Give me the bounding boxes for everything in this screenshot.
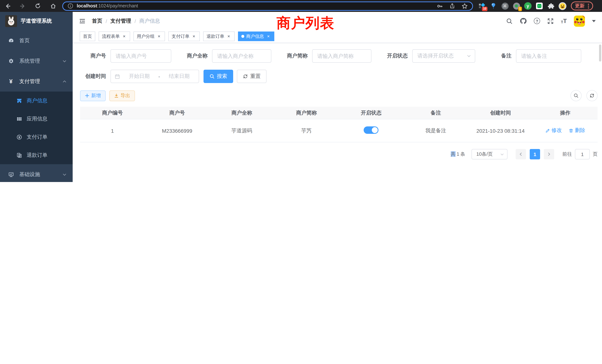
extension-balloon-icon[interactable] [489,2,497,10]
jump-page-input[interactable] [575,149,590,159]
screen: localhost:1024/pay/merchant 10 [0,0,602,182]
font-size-icon[interactable]: TT [561,18,567,24]
search-icon[interactable] [506,18,513,24]
full-name-input[interactable] [212,49,271,63]
full-name-label: 商户全称 [182,53,208,59]
search-button[interactable]: 搜索 [204,70,233,83]
breadcrumb-current: 商户信息 [139,18,160,24]
shop-icon [16,97,22,104]
user-avatar[interactable] [574,15,585,26]
remark-label: 备注 [486,53,512,59]
site-info-icon[interactable] [67,3,73,9]
browser-menu-icon[interactable] [588,3,589,8]
status-toggle[interactable] [364,126,379,134]
breadcrumb-home[interactable]: 首页 [92,18,102,24]
avatar-dropdown-caret[interactable] [592,20,596,22]
sidebar-item-pay-order[interactable]: 支付订单 [0,128,73,146]
chevron-down-icon [500,152,504,156]
delete-link[interactable]: 删除 [569,127,585,134]
sidebar-item-infrastructure[interactable]: 基础设施 [0,164,73,182]
dashboard-icon [8,37,14,44]
page-size-select[interactable]: 10条/页 [472,149,507,159]
create-time-label: 创建时间 [80,73,106,80]
sidebar-item-merchant-info[interactable]: 商户信息 [0,92,73,110]
browser-update-button[interactable]: 更新 [571,1,593,10]
prev-page-button[interactable] [516,149,526,159]
status-select[interactable]: 请选择开启状态 [412,49,475,63]
add-button[interactable]: 新增 [80,90,106,101]
filter-row-2: 创建时间 开始日期 - 结束日期 [80,70,598,83]
table-toolbar: 新增 导出 [80,90,598,101]
col-full-name: 商户全称 [209,109,274,116]
download-icon [114,93,119,98]
close-icon[interactable]: × [156,34,162,39]
sidebar-toggle-icon[interactable] [79,18,86,24]
short-name-input[interactable] [312,49,371,63]
remark-input[interactable] [516,49,581,63]
extension-command-icon[interactable]: ⌘ [501,2,509,10]
extension-diamond-icon[interactable]: 10 [478,2,486,10]
sidebar-item-refund-order[interactable]: 退款订单 [0,146,73,164]
reset-button[interactable]: 重置 [237,70,267,83]
help-icon[interactable]: ? [534,18,540,24]
close-icon[interactable]: × [122,34,127,39]
close-icon[interactable]: × [266,34,271,39]
table-row: 1 M233666999 芋道源码 芋艿 我是备注 2021-10-23 08:… [80,119,598,142]
share-icon[interactable] [449,3,455,9]
scrollbar-thumb[interactable] [599,44,601,62]
refresh-table-button[interactable] [586,90,598,101]
cell-create-time: 2021-10-23 08:31:14 [468,128,533,134]
jump-suffix: 页 [593,151,598,158]
merchant-no-input[interactable] [110,49,171,63]
fullscreen-icon[interactable] [547,18,554,24]
extension-y-icon[interactable]: y [524,2,532,10]
app-title: 芋道管理系统 [21,18,52,24]
address-bar[interactable]: localhost:1024/pay/merchant [62,1,473,11]
extension-badge: 10 [482,7,487,11]
profile-avatar-icon[interactable] [558,2,566,10]
browser-forward-icon[interactable] [19,2,26,10]
password-key-icon[interactable] [437,3,443,9]
close-icon[interactable]: × [191,34,196,39]
sidebar-item-app-info[interactable]: 应用信息 [0,110,73,128]
bookmark-star-icon[interactable] [462,3,468,9]
sidebar-item-payment[interactable]: ¥ 支付管理 [0,71,73,92]
browser-nav [4,2,57,10]
sidebar-item-home[interactable]: 首页 [0,30,73,51]
github-icon[interactable] [520,17,527,24]
breadcrumb-payment[interactable]: 支付管理 [110,18,131,24]
extensions-puzzle-icon[interactable] [547,2,555,10]
grid-icon [16,116,22,122]
breadcrumb: 首页 / 支付管理 / 商户信息 [92,18,160,24]
tab-home[interactable]: 首页 [80,32,95,41]
gear-icon [8,58,14,64]
monitor-chart-icon [8,171,14,178]
next-page-button[interactable] [544,149,554,159]
pagination-jump: 前往 页 [562,149,598,159]
browser-home-icon[interactable] [49,2,57,10]
jump-prefix: 前往 [562,151,572,158]
tab-refund-order[interactable]: 退款订单× [203,32,235,41]
tab-user-group[interactable]: 用户分组× [133,32,165,41]
tab-merchant-info[interactable]: 商户信息× [238,32,274,41]
export-button[interactable]: 导出 [109,90,135,101]
app-logo[interactable]: 芋道管理系统 [0,12,73,30]
page-1-button[interactable]: 1 [530,149,540,159]
browser-reload-icon[interactable] [34,2,42,10]
date-start-placeholder: 开始日期 [123,73,155,80]
sidebar-item-system[interactable]: 系统管理 [0,51,73,71]
sidebar: 芋道管理系统 首页 系统管理 [0,12,73,182]
sidebar-menu: 首页 系统管理 ¥ 支付管理 [0,30,73,182]
annotation-overlay: 商户列表 [277,14,334,33]
col-create-time: 创建时间 [468,109,533,116]
extension-recorder-icon[interactable]: 1 [512,2,520,10]
tab-pay-order[interactable]: 支付订单× [168,32,200,41]
extension-chat-icon[interactable] [535,2,543,10]
tab-process-form[interactable]: 流程表单× [99,32,130,41]
show-search-button[interactable] [570,90,582,101]
close-icon[interactable]: × [226,34,231,39]
page-content: 商户号 商户全称 商户简称 开启状态 请选择开启状态 [73,43,602,182]
date-range-picker[interactable]: 开始日期 - 结束日期 [110,70,199,83]
browser-back-icon[interactable] [4,2,11,10]
edit-link[interactable]: 修改 [545,127,562,134]
